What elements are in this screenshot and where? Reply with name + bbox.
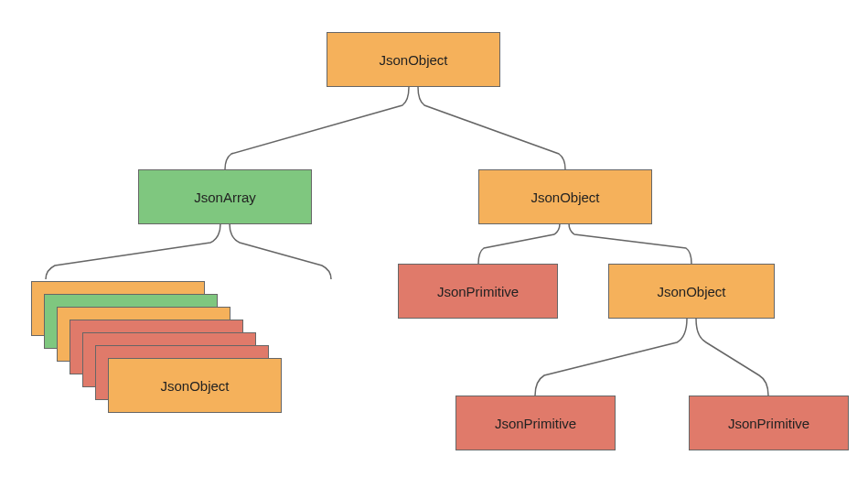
node-label: JsonObject [379,52,447,68]
node-root-jsonobject: JsonObject [327,32,500,87]
node-label: JsonPrimitive [728,416,809,431]
node-jsonprimitive-rl: JsonPrimitive [398,264,558,319]
node-label: JsonObject [160,378,229,394]
node-jsonobject-r: JsonObject [478,169,652,224]
node-label: JsonPrimitive [495,416,576,431]
node-label: JsonArray [194,190,256,205]
node-jsonprimitive-rrr: JsonPrimitive [689,396,849,450]
node-jsonarray: JsonArray [138,169,312,224]
node-jsonprimitive-rrl: JsonPrimitive [455,396,616,450]
node-jsonobject-rr: JsonObject [608,264,775,319]
node-label: JsonObject [530,190,599,205]
stack-front-jsonobject: JsonObject [108,358,282,413]
node-label: JsonObject [657,284,725,299]
node-label: JsonPrimitive [437,284,519,299]
